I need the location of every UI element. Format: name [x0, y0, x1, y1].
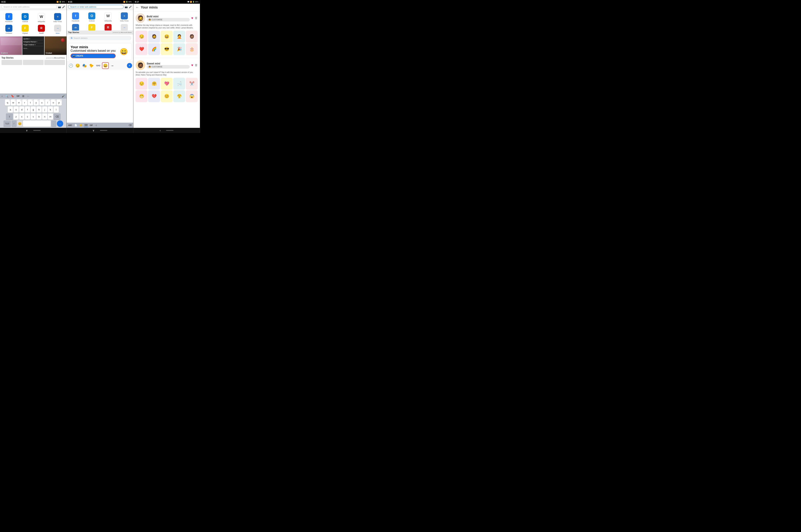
quick-link-more[interactable]: → More	[50, 24, 66, 35]
sticker-kb-btn[interactable]: 🔖	[10, 94, 15, 98]
bold-sticker-10[interactable]: 🎂	[186, 43, 198, 55]
bold-sticker-3[interactable]: 😆	[161, 31, 173, 42]
kb-kaomoji-btn[interactable]: :-)	[95, 124, 97, 127]
key-d[interactable]: d	[19, 107, 24, 113]
cat-cool[interactable]: 👓	[95, 63, 101, 69]
kb-abc-btn[interactable]: ABC	[68, 124, 73, 127]
sweet-customise-button[interactable]: 🧑 CUSTOMISE	[147, 65, 190, 69]
camera-icon-2[interactable]: 📷	[125, 5, 128, 8]
key-u[interactable]: 7u	[39, 99, 44, 106]
quotes-tile[interactable]: Quotes » Kangana Ranaut » Roger Federer …	[22, 36, 44, 55]
back-nav-btn[interactable]: ‹	[1, 94, 3, 98]
address-input-1[interactable]: Search or enter web address	[1, 5, 57, 9]
kb-sticker-btn[interactable]: ⌨	[84, 124, 88, 127]
sweet-sticker-2[interactable]: 🤗	[148, 78, 160, 90]
key-s[interactable]: s	[14, 107, 19, 113]
bold-sticker-9[interactable]: 🎉	[173, 43, 185, 55]
quick-link-india-times[interactable]: ≡ India Times	[50, 12, 66, 24]
sweet-trash-button[interactable]: 🗑	[195, 63, 198, 67]
add-sticker-btn[interactable]: +	[127, 63, 132, 68]
bold-sticker-4[interactable]: 🤦	[173, 31, 185, 42]
sweet-sticker-7[interactable]: 💔	[148, 90, 160, 102]
key-e[interactable]: 3e	[16, 99, 22, 106]
nav-down-2[interactable]: ∨	[93, 129, 94, 132]
key-o[interactable]: 9o	[51, 99, 56, 106]
key-m[interactable]: m	[48, 113, 53, 120]
mic-kb-btn[interactable]: 🎤	[61, 94, 65, 98]
address-bar-1[interactable]: Search or enter web address 📷 🎤	[0, 4, 66, 10]
explore-tile[interactable]: Explore	[0, 36, 22, 55]
more-kb-btn[interactable]: ···	[26, 94, 30, 98]
bold-heart-button[interactable]: ♥	[191, 16, 193, 20]
quick-link-flipkart[interactable]: F Flipkart	[17, 24, 33, 35]
your-minis-banner[interactable]: Your minis Customised stickers based on …	[68, 43, 132, 60]
key-delete[interactable]: ⌫	[54, 113, 61, 120]
sweet-sticker-1[interactable]: 😔	[136, 78, 148, 90]
nav-back-3[interactable]: ‹	[160, 129, 161, 132]
camera-icon-1[interactable]: 📷	[58, 5, 61, 8]
key-h[interactable]: h	[36, 107, 42, 113]
key-num[interactable]: ?123	[3, 120, 11, 127]
key-p[interactable]: 0p	[57, 99, 62, 106]
key-z[interactable]: z	[14, 113, 19, 120]
sticker-search-container[interactable]: G Search stickers	[67, 34, 133, 42]
sweet-sticker-6[interactable]: 😬	[136, 90, 148, 102]
key-q[interactable]: 1q	[5, 99, 10, 106]
quick-link-outlook[interactable]: O Outlook	[17, 12, 33, 24]
key-g[interactable]: g	[31, 107, 36, 113]
cat-more-cats[interactable]: →	[110, 63, 115, 69]
sweet-sticker-4[interactable]: 🛁	[173, 78, 185, 90]
key-period[interactable]: .	[51, 120, 56, 127]
cricket-tile[interactable]: Cricket	[44, 36, 66, 55]
key-i[interactable]: 8i	[45, 99, 50, 106]
sweet-sticker-9[interactable]: 😤	[173, 90, 185, 102]
key-a[interactable]: a	[8, 107, 13, 113]
key-y[interactable]: 6y	[34, 99, 39, 106]
key-emoji[interactable]: 😊	[17, 120, 22, 127]
key-slash[interactable]: /	[12, 120, 17, 127]
gif-kb-btn[interactable]: GIF	[16, 95, 20, 97]
create-minis-button[interactable]: 📷 CREATE	[71, 54, 116, 58]
back-button[interactable]: ←	[136, 5, 139, 10]
key-k[interactable]: k	[48, 107, 53, 113]
bold-sticker-1[interactable]: 😏	[136, 31, 148, 42]
nav-down-1[interactable]: ∨	[26, 129, 28, 132]
translate-kb-btn[interactable]: ⊞	[22, 94, 25, 98]
kb-gif-btn[interactable]: GIF	[90, 124, 93, 127]
cat-animated[interactable]: 🎭	[81, 63, 88, 69]
quick-link-rediff[interactable]: R Rediff	[33, 24, 50, 35]
key-f[interactable]: f	[25, 107, 30, 113]
bold-trash-button[interactable]: 🗑	[195, 16, 198, 20]
sweet-sticker-5[interactable]: ✂️	[186, 78, 198, 90]
mic-icon-1[interactable]: 🎤	[62, 5, 65, 8]
cat-recent[interactable]: 🕐	[68, 63, 74, 69]
sweet-heart-button[interactable]: ♥	[191, 63, 193, 67]
bold-sticker-5[interactable]: 🧔🏽	[186, 31, 198, 42]
address-bar-2[interactable]: Search or enter web address 📷 🎤	[67, 4, 133, 10]
key-t[interactable]: 5t	[28, 99, 33, 106]
cat-animals[interactable]: 🐤	[88, 63, 94, 69]
key-c[interactable]: c	[25, 113, 30, 120]
address-input-2[interactable]: Search or enter web address	[68, 5, 123, 9]
key-send[interactable]: →	[57, 120, 63, 127]
bold-sticker-8[interactable]: 😎	[161, 43, 173, 55]
kb-emoji-btn[interactable]: 😊	[79, 124, 82, 127]
quick-link-wikipedia[interactable]: W Wikipedia	[33, 12, 50, 24]
bold-sticker-7[interactable]: 🌈	[148, 43, 160, 55]
key-j[interactable]: j	[42, 107, 47, 113]
quick-link-cricbuzz[interactable]: cb Cricbuzz	[1, 24, 17, 35]
key-b[interactable]: b	[36, 113, 42, 120]
bold-sticker-2[interactable]: 🧔	[148, 31, 160, 42]
sweet-sticker-10[interactable]: 😱	[186, 90, 198, 102]
bold-sticker-6[interactable]: ❤️	[136, 43, 148, 55]
sticker-search-bar[interactable]: G Search stickers	[69, 36, 131, 40]
cat-minis[interactable]: 😀	[102, 62, 109, 69]
search-kb-btn[interactable]: 🔍	[5, 94, 9, 98]
key-shift[interactable]: ⇧	[6, 113, 13, 120]
sweet-sticker-8[interactable]: 😊	[161, 90, 173, 102]
key-w[interactable]: 2w	[11, 99, 16, 106]
key-v[interactable]: v	[31, 113, 36, 120]
cat-faces[interactable]: 😏	[75, 63, 81, 69]
key-n[interactable]: n	[42, 113, 47, 120]
key-r[interactable]: 4r	[22, 99, 27, 106]
